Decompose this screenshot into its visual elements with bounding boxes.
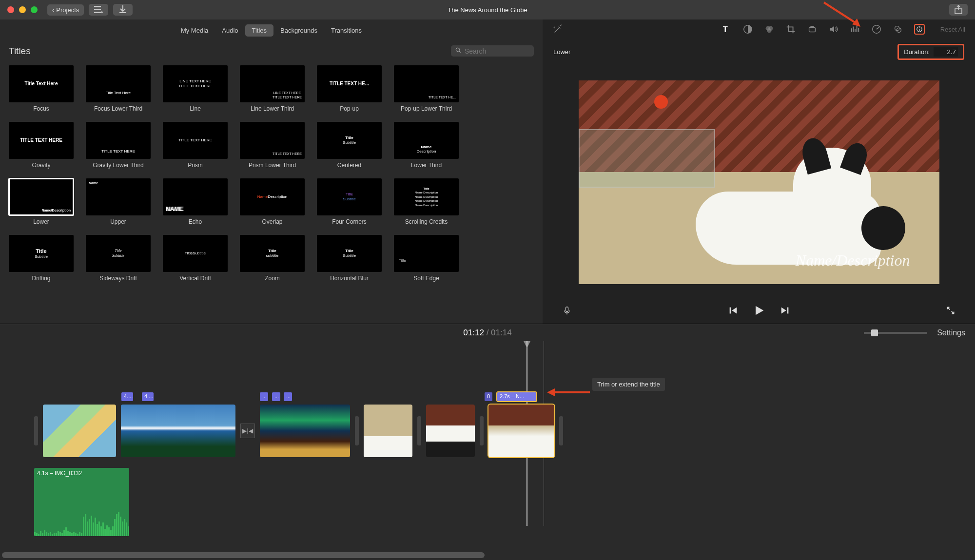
title-clip-5[interactable]: ... (284, 392, 292, 401)
title-clip-2[interactable]: 4.... (142, 392, 154, 401)
title-clip-selected[interactable]: 2.7s – N... (497, 392, 536, 401)
title-card-pop-up-lower-third[interactable]: TITLE TEXT HE...Pop-up Lower Third (394, 65, 459, 112)
title-thumb[interactable]: NameDescription (240, 178, 305, 215)
title-thumb[interactable]: LINE TEXT HERETITLE TEXT HERE (163, 65, 228, 102)
title-card-vertical-drift[interactable]: TitleSubtitleVertical Drift (163, 235, 228, 282)
clip-edge[interactable] (559, 416, 563, 445)
title-card-lower-third[interactable]: NameDescriptionLower Third (394, 122, 459, 169)
tab-transitions[interactable]: Transitions (324, 24, 369, 37)
timeline[interactable]: 4.... 4.... ... ... ... 0 2.7s – N... ▶|… (0, 341, 975, 560)
back-to-projects-button[interactable]: ‹ Projects (47, 4, 84, 16)
prev-button[interactable] (728, 305, 739, 318)
title-thumb[interactable]: LINE TEXT HERETITLE TEXT HERE (240, 65, 305, 102)
title-card-gravity[interactable]: TITLE TEXT HEREGravity (9, 122, 74, 169)
title-card-zoom[interactable]: TitlesubtitleZoom (240, 235, 305, 282)
title-clip-3[interactable]: ... (260, 392, 268, 401)
clip-edge[interactable] (355, 416, 359, 445)
title-card-focus-lower-third[interactable]: Title Text HereFocus Lower Third (86, 65, 151, 112)
title-thumb[interactable]: Title Text Here (86, 65, 151, 102)
title-thumb[interactable]: TitleSubtitle (317, 122, 382, 159)
clip-aurora[interactable] (260, 405, 350, 457)
fullscreen-button[interactable] (946, 306, 956, 318)
title-card-upper[interactable]: NameUpper (86, 178, 151, 225)
text-inspector-icon[interactable]: T (721, 24, 732, 35)
title-card-gravity-lower-third[interactable]: TITLE TEXT HEREGravity Lower Third (86, 122, 151, 169)
tab-audio[interactable]: Audio (215, 24, 245, 37)
import-button[interactable] (113, 4, 133, 16)
tab-backgrounds[interactable]: Backgrounds (273, 24, 324, 37)
library-list-button[interactable] (89, 4, 108, 16)
title-thumb[interactable]: TitleSubtitle (163, 235, 228, 272)
title-thumb[interactable]: TITLE TEXT HERE (86, 122, 151, 159)
title-thumb[interactable]: Name (86, 178, 151, 215)
transition-icon[interactable]: ▶|◀ (240, 424, 255, 438)
tab-titles[interactable]: Titles (245, 24, 274, 37)
clip-info-icon[interactable] (914, 24, 925, 35)
title-card-echo[interactable]: NAMEEcho (163, 178, 228, 225)
title-thumb[interactable]: Title Text Here (9, 65, 74, 102)
color-balance-icon[interactable] (742, 24, 753, 35)
title-thumb[interactable]: Name/Description (9, 178, 74, 215)
title-card-lower[interactable]: Name/DescriptionLower (9, 178, 74, 225)
tab-my-media[interactable]: My Media (174, 24, 215, 37)
title-card-sideways-drift[interactable]: TitleSubtitleSideways Drift (86, 235, 151, 282)
title-card-four-corners[interactable]: TitleSubtitleFour Corners (317, 178, 382, 225)
search-input[interactable] (465, 47, 523, 55)
horizontal-scrollbar[interactable] (2, 552, 485, 558)
title-thumb[interactable]: TitleName DescriptionName DescriptionNam… (394, 178, 459, 215)
clip-waterfall[interactable] (121, 405, 235, 457)
video-viewer[interactable]: Name/Description (543, 65, 975, 299)
title-card-soft-edge[interactable]: TitleSoft Edge (394, 235, 459, 282)
title-card-horizontal-blur[interactable]: TitleSubtitleHorizontal Blur (317, 235, 382, 282)
clip-edge[interactable] (417, 416, 421, 445)
timeline-settings-button[interactable]: Settings (937, 328, 965, 337)
title-thumb[interactable]: TITLE TEXT HERE (163, 122, 228, 159)
title-thumb[interactable]: NAME (163, 178, 228, 215)
close-window-button[interactable] (7, 6, 14, 13)
crop-icon[interactable] (785, 24, 796, 35)
stabilization-icon[interactable] (807, 24, 818, 35)
title-thumb[interactable]: NameDescription (394, 122, 459, 159)
search-box[interactable] (451, 45, 534, 57)
title-card-focus[interactable]: Title Text HereFocus (9, 65, 74, 112)
title-thumb[interactable]: TITLE TEXT HE... (317, 65, 382, 102)
title-thumb[interactable]: TitleSubtitle (86, 235, 151, 272)
clip-edge[interactable] (480, 416, 484, 445)
play-button[interactable] (752, 304, 766, 320)
title-card-prism[interactable]: TITLE TEXT HEREPrism (163, 122, 228, 169)
share-button[interactable] (949, 4, 968, 16)
minimize-window-button[interactable] (19, 6, 26, 13)
maximize-window-button[interactable] (31, 6, 38, 13)
title-clip-1[interactable]: 4.... (121, 392, 133, 401)
zoom-slider[interactable] (864, 332, 927, 334)
speed-icon[interactable] (871, 24, 882, 35)
audio-clip[interactable]: 4.1s – IMG_0332 (34, 468, 129, 536)
title-thumb[interactable]: TITLE TEXT HE... (394, 65, 459, 102)
title-clip-4[interactable]: ... (272, 392, 280, 401)
title-thumb[interactable]: TITLE TEXT HERE (240, 122, 305, 159)
next-button[interactable] (780, 305, 790, 318)
clip-dog-3-selected[interactable] (488, 405, 554, 457)
title-card-scrolling-credits[interactable]: TitleName DescriptionName DescriptionNam… (394, 178, 459, 225)
title-card-overlap[interactable]: NameDescriptionOverlap (240, 178, 305, 225)
voiceover-button[interactable] (562, 305, 572, 319)
title-card-centered[interactable]: TitleSubtitleCentered (317, 122, 382, 169)
title-card-line[interactable]: LINE TEXT HERETITLE TEXT HERELine (163, 65, 228, 112)
clip-map[interactable] (43, 405, 116, 457)
title-thumb[interactable]: Titlesubtitle (240, 235, 305, 272)
zoom-thumb[interactable] (871, 329, 878, 336)
title-thumb[interactable]: Title (394, 235, 459, 272)
clip-dog-2[interactable] (426, 405, 475, 457)
title-clip-6[interactable]: 0 (485, 392, 492, 401)
title-thumb[interactable]: TitleSubtitle (317, 235, 382, 272)
title-thumb[interactable]: TITLE TEXT HERE (9, 122, 74, 159)
auto-enhance-icon[interactable] (552, 24, 563, 35)
title-thumb[interactable]: TitleSubtitle (9, 235, 74, 272)
color-correction-icon[interactable] (764, 24, 775, 35)
title-card-line-lower-third[interactable]: LINE TEXT HERETITLE TEXT HERELine Lower … (240, 65, 305, 112)
clip-edge[interactable] (34, 416, 38, 445)
title-card-prism-lower-third[interactable]: TITLE TEXT HEREPrism Lower Third (240, 122, 305, 169)
title-thumb[interactable]: TitleSubtitle (317, 178, 382, 215)
duration-input[interactable] (934, 47, 958, 57)
reset-all-button[interactable]: Reset All (940, 26, 965, 33)
